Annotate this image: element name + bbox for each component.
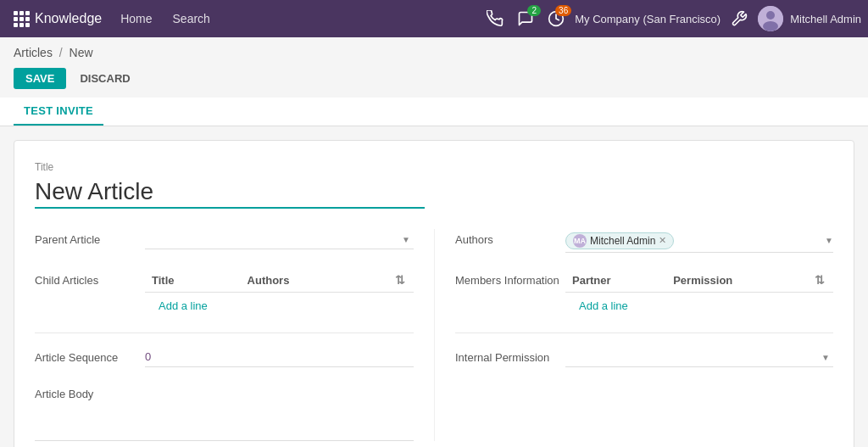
title-input[interactable]: [35, 176, 425, 209]
article-sequence-value: [145, 347, 414, 367]
breadcrumb-current: New: [70, 46, 93, 59]
settings-icon-btn[interactable]: [727, 7, 751, 31]
internal-permission-label: Internal Permission: [455, 347, 565, 364]
authors-label: Authors: [455, 229, 565, 246]
parent-article-select-wrapper: ▼: [145, 229, 414, 249]
parent-article-value: ▼: [145, 229, 414, 249]
article-body-label: Article Body: [35, 388, 414, 400]
parent-article-select[interactable]: [145, 229, 414, 249]
child-articles-row: Child Articles Title Authors ⇅: [35, 270, 414, 319]
internal-permission-select-wrapper: ▼: [565, 347, 833, 367]
parent-article-row: Parent Article ▼: [35, 229, 414, 256]
author-tag-avatar: MA: [573, 234, 587, 248]
left-divider: [35, 332, 414, 333]
internal-permission-row: Internal Permission ▼: [455, 347, 833, 374]
members-add-line-btn[interactable]: Add a line: [572, 296, 635, 316]
child-add-line-row: Add a line: [145, 293, 414, 320]
nav-home[interactable]: Home: [112, 8, 160, 29]
child-articles-value: Title Authors ⇅: [145, 270, 414, 319]
child-col-title: Title: [145, 270, 241, 293]
child-articles-label: Child Articles: [35, 270, 145, 287]
nav-search[interactable]: Search: [164, 8, 219, 29]
chat-icon-btn[interactable]: 2: [514, 7, 537, 31]
breadcrumb-parent[interactable]: Articles: [14, 46, 53, 59]
child-table-settings-icon[interactable]: ⇅: [395, 273, 405, 287]
authors-dropdown-arrow-icon[interactable]: ▼: [825, 236, 833, 245]
topnav-right: 2 36 My Company (San Francisco) Mitchell…: [483, 6, 861, 31]
author-tag-remove-icon[interactable]: ✕: [659, 236, 666, 245]
members-table-settings-icon[interactable]: ⇅: [815, 273, 825, 287]
members-col-partner: Partner: [565, 270, 666, 293]
author-tag-mitchell: MA Mitchell Admin ✕: [565, 232, 674, 249]
phone-icon-btn[interactable]: [483, 7, 507, 31]
app-logo[interactable]: Knowledge: [7, 11, 108, 27]
form-card: Title Parent Article ▼: [14, 140, 854, 447]
members-add-line-row: Add a line: [565, 293, 833, 320]
members-info-label: Members Information: [455, 270, 565, 287]
authors-row: Authors MA Mitchell Admin ✕ ▼: [455, 229, 833, 256]
tab-bar: TEST INVITE: [0, 98, 868, 126]
article-sequence-row: Article Sequence: [35, 347, 414, 374]
form-grid: Parent Article ▼ Child Articles: [35, 229, 833, 441]
article-body-section: Article Body: [35, 388, 414, 441]
user-name[interactable]: Mitchell Admin: [790, 13, 861, 25]
action-bar: SAVE DISCARD: [0, 64, 868, 98]
grid-icon: [14, 11, 30, 27]
authors-tags-input[interactable]: MA Mitchell Admin ✕ ▼: [565, 229, 833, 253]
article-body-editor[interactable]: [35, 407, 414, 441]
article-sequence-label: Article Sequence: [35, 347, 145, 364]
breadcrumb: Articles / New: [0, 37, 868, 64]
members-info-row: Members Information Partner Permission ⇅: [455, 270, 833, 319]
title-label: Title: [35, 161, 833, 173]
author-tag-name: Mitchell Admin: [590, 235, 655, 247]
right-divider: [455, 332, 833, 333]
company-name[interactable]: My Company (San Francisco): [575, 13, 721, 25]
form-right: Authors MA Mitchell Admin ✕ ▼: [434, 229, 833, 441]
internal-permission-value: ▼: [565, 347, 833, 367]
members-info-value: Partner Permission ⇅: [565, 270, 833, 319]
child-add-line-btn[interactable]: Add a line: [152, 296, 214, 316]
top-navigation: Knowledge Home Search 2 36 My Company (S…: [0, 0, 868, 37]
members-table: Partner Permission ⇅: [565, 270, 833, 319]
activity-icon-btn[interactable]: 36: [544, 7, 568, 31]
svg-point-3: [763, 21, 778, 31]
breadcrumb-separator: /: [59, 46, 63, 59]
child-col-authors: Authors: [241, 270, 388, 293]
child-table-wrapper: Title Authors ⇅: [145, 270, 414, 319]
parent-article-label: Parent Article: [35, 229, 145, 246]
chat-badge: 2: [527, 5, 541, 16]
article-sequence-input[interactable]: [145, 347, 414, 367]
app-name: Knowledge: [35, 11, 102, 26]
activity-badge: 36: [555, 5, 571, 16]
authors-value: MA Mitchell Admin ✕ ▼: [565, 229, 833, 253]
form-left: Parent Article ▼ Child Articles: [35, 229, 434, 441]
child-articles-table: Title Authors ⇅: [145, 270, 414, 319]
save-button[interactable]: SAVE: [14, 68, 66, 89]
user-avatar[interactable]: [758, 6, 783, 31]
members-col-permission: Permission: [666, 270, 808, 293]
internal-permission-select[interactable]: [565, 347, 833, 367]
tab-test-invite[interactable]: TEST INVITE: [14, 98, 103, 126]
discard-button[interactable]: DISCARD: [73, 68, 136, 89]
svg-point-2: [766, 11, 775, 20]
main-content: Title Parent Article ▼: [0, 126, 868, 447]
